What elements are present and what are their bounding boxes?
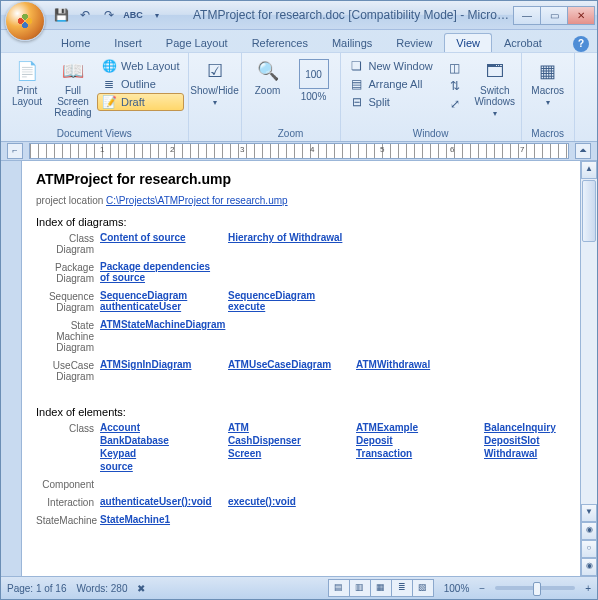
status-words[interactable]: Words: 280 xyxy=(77,583,128,594)
save-icon[interactable]: 💾 xyxy=(51,5,71,25)
doc-link[interactable]: SequenceDiagram execute xyxy=(228,290,348,313)
document-page[interactable]: ATMProject for research.ump project loca… xyxy=(22,161,580,576)
maximize-button[interactable]: ▭ xyxy=(540,6,568,25)
tab-stop-selector[interactable]: ⌐ xyxy=(7,143,23,159)
tab-references[interactable]: References xyxy=(240,33,320,52)
location-link[interactable]: C:\Projects\ATMProject for research.ump xyxy=(106,195,288,206)
view-outline-icon[interactable]: ≣ xyxy=(391,579,413,597)
zoom-out-icon[interactable]: − xyxy=(479,583,485,594)
minimize-button[interactable]: — xyxy=(513,6,541,25)
doc-link[interactable]: Transaction xyxy=(356,448,476,459)
doc-link[interactable]: authenticateUser():void xyxy=(100,496,220,508)
tab-page-layout[interactable]: Page Layout xyxy=(154,33,240,52)
doc-link[interactable]: ATMSignInDiagram xyxy=(100,359,220,382)
doc-link[interactable]: ATMWithdrawal xyxy=(356,359,476,382)
view-print-icon[interactable]: ▤ xyxy=(328,579,350,597)
browse-prev-icon[interactable]: ◉ xyxy=(581,522,597,540)
tab-view[interactable]: View xyxy=(444,33,492,52)
doc-link[interactable]: ATM xyxy=(228,422,348,433)
doc-link[interactable]: ATMStateMachineDiagram xyxy=(100,319,220,353)
status-zoom[interactable]: 100% xyxy=(444,583,470,594)
proofing-icon[interactable]: ✖ xyxy=(137,583,145,594)
view-side-button[interactable]: ◫ xyxy=(443,59,467,77)
spellcheck-icon[interactable]: ABC xyxy=(123,5,143,25)
doc-link[interactable]: SequenceDiagram authenticateUser xyxy=(100,290,220,313)
horizontal-ruler[interactable]: 1 2 3 4 5 6 7 xyxy=(29,143,569,159)
status-page[interactable]: Page: 1 of 16 xyxy=(7,583,67,594)
view-web-icon[interactable]: ▦ xyxy=(370,579,392,597)
qat-dropdown-icon[interactable]: ▾ xyxy=(147,5,167,25)
view-draft-icon[interactable]: ▧ xyxy=(412,579,434,597)
doc-link[interactable]: Screen xyxy=(228,448,348,459)
doc-link[interactable]: StateMachine1 xyxy=(100,514,220,526)
doc-link[interactable]: execute():void xyxy=(228,496,348,508)
doc-link[interactable]: Content of source xyxy=(100,232,220,255)
draft-button[interactable]: 📝Draft xyxy=(97,93,184,111)
group-document-views: 📄Print Layout 📖Full Screen Reading 🌐Web … xyxy=(1,53,189,141)
reading-icon: 📖 xyxy=(61,59,85,83)
zoom-button[interactable]: 🔍Zoom xyxy=(246,57,290,98)
vertical-scrollbar[interactable]: ▲ ▼ ◉ ○ ◉ xyxy=(580,161,597,576)
doc-link[interactable]: BalanceInquiry xyxy=(484,422,580,433)
tab-home[interactable]: Home xyxy=(49,33,102,52)
new-window-button[interactable]: ❏New Window xyxy=(345,57,437,75)
undo-icon[interactable]: ↶ xyxy=(75,5,95,25)
scroll-thumb[interactable] xyxy=(582,180,596,242)
help-icon[interactable]: ? xyxy=(573,36,589,52)
row-links: Package dependencies of source xyxy=(100,261,580,284)
diagrams-grid: Class DiagramContent of sourceHierarchy … xyxy=(36,232,566,382)
switch-windows-icon: 🗔 xyxy=(483,59,507,83)
office-button[interactable] xyxy=(5,1,45,41)
tab-mailings[interactable]: Mailings xyxy=(320,33,384,52)
zoom-100-label: 100% xyxy=(301,91,327,102)
show-hide-button[interactable]: ☑Show/Hide▾ xyxy=(193,57,237,109)
doc-link[interactable]: Deposit xyxy=(356,435,476,446)
doc-link[interactable]: source xyxy=(100,461,220,472)
browse-next-icon[interactable]: ◉ xyxy=(581,558,597,576)
zoom-100-button[interactable]: 100100% xyxy=(292,57,336,104)
split-button[interactable]: ⊟Split xyxy=(345,93,437,111)
redo-icon[interactable]: ↷ xyxy=(99,5,119,25)
arrange-all-button[interactable]: ▤Arrange All xyxy=(345,75,437,93)
outline-button[interactable]: ≣Outline xyxy=(97,75,184,93)
vertical-ruler[interactable] xyxy=(1,161,22,576)
scroll-up-icon[interactable]: ▲ xyxy=(581,161,597,179)
macros-button[interactable]: ▦Macros▾ xyxy=(526,57,570,109)
zoom-in-icon[interactable]: + xyxy=(585,583,591,594)
zoom-icon: 🔍 xyxy=(256,59,280,83)
tab-acrobat[interactable]: Acrobat xyxy=(492,33,554,52)
scroll-down-icon[interactable]: ▼ xyxy=(581,504,597,522)
web-layout-button[interactable]: 🌐Web Layout xyxy=(97,57,184,75)
sync-scroll-button[interactable]: ⇅ xyxy=(443,77,467,95)
doc-link[interactable]: Account xyxy=(100,422,220,433)
outline-label: Outline xyxy=(121,78,156,90)
switch-windows-button[interactable]: 🗔Switch Windows▾ xyxy=(473,57,517,120)
doc-link[interactable]: DepositSlot xyxy=(484,435,580,446)
close-button[interactable]: ✕ xyxy=(567,6,595,25)
doc-link[interactable]: Withdrawal xyxy=(484,448,580,459)
tab-insert[interactable]: Insert xyxy=(102,33,154,52)
row-links: authenticateUser():voidexecute():void xyxy=(100,496,580,508)
doc-link[interactable]: BankDatabase xyxy=(100,435,220,446)
full-screen-reading-label: Full Screen Reading xyxy=(53,85,93,118)
reset-pos-button[interactable]: ⤢ xyxy=(443,95,467,113)
tab-review[interactable]: Review xyxy=(384,33,444,52)
zoom-slider[interactable] xyxy=(495,586,575,590)
doc-link[interactable]: Package dependencies of source xyxy=(100,261,220,284)
scroll-track[interactable] xyxy=(581,243,597,504)
zoom-slider-thumb[interactable] xyxy=(533,582,541,596)
ruler-toggle[interactable]: ⏶ xyxy=(575,143,591,159)
print-layout-button[interactable]: 📄Print Layout xyxy=(5,57,49,109)
doc-link[interactable]: ATMUseCaseDiagram xyxy=(228,359,348,382)
doc-link[interactable]: Keypad xyxy=(100,448,220,459)
row-links: AccountATMATMExampleBalanceInquiryBankDa… xyxy=(100,422,580,472)
index-diagrams-heading: Index of diagrams: xyxy=(36,216,566,228)
view-reading-icon[interactable]: ▥ xyxy=(349,579,371,597)
doc-link[interactable]: ATMExample xyxy=(356,422,476,433)
full-screen-reading-button[interactable]: 📖Full Screen Reading xyxy=(51,57,95,120)
group-window: ❏New Window ▤Arrange All ⊟Split ◫ ⇅ ⤢ 🗔S… xyxy=(341,53,522,141)
index-elements-heading: Index of elements: xyxy=(36,406,566,418)
doc-link[interactable]: Hierarchy of Withdrawal xyxy=(228,232,348,255)
browse-select-icon[interactable]: ○ xyxy=(581,540,597,558)
doc-link[interactable]: CashDispenser xyxy=(228,435,348,446)
